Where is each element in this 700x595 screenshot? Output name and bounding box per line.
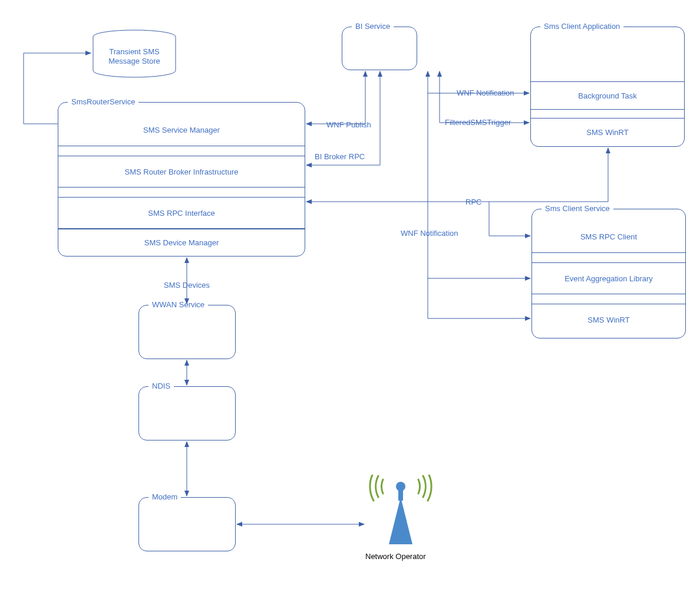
row-sms-winrt-2: SMS WinRT (532, 304, 685, 336)
label-bi-service: BI Service (352, 22, 394, 31)
node-sms-client-application: Sms Client Application Background Task S… (530, 27, 685, 147)
node-ndis: NDIS (138, 386, 236, 441)
label-wwan-service: WWAN Service (148, 300, 208, 309)
svg-point-3 (396, 482, 405, 491)
label-wnf-notification-2: WNF Notification (401, 229, 458, 238)
node-sms-client-service: Sms Client Service SMS RPC Client Event … (531, 209, 686, 338)
label-sms-devices: SMS Devices (164, 281, 210, 290)
row-sms-rpc-interface: SMS RPC Interface (58, 197, 305, 229)
label-rpc: RPC (465, 198, 481, 206)
network-operator-icon (365, 475, 436, 551)
label-wnf-publish: WNF Publish (326, 120, 371, 129)
label-network-operator: Network Operator (365, 552, 426, 561)
label-modem: Modem (148, 492, 181, 501)
row-sms-device-manager: SMS Device Manager (58, 229, 305, 256)
svg-marker-5 (389, 497, 412, 544)
svg-text:Message Store: Message Store (108, 57, 160, 65)
node-wwan-service: WWAN Service (138, 305, 236, 359)
row-event-aggregation: Event Aggregation Library (532, 262, 685, 294)
node-sms-router-service: SmsRouterService SMS Service Manager SMS… (58, 102, 305, 257)
label-wnf-notification-1: WNF Notification (457, 88, 514, 97)
label-sms-client-service: Sms Client Service (541, 204, 613, 213)
label-bi-broker-rpc: BI Broker RPC (315, 152, 365, 161)
row-sms-router-broker: SMS Router Broker Infrastructure (58, 156, 305, 188)
node-modem: Modem (138, 497, 236, 551)
node-transient-sms-store: Transient SMS Message Store (92, 29, 177, 78)
svg-text:Transient SMS: Transient SMS (109, 47, 160, 56)
label-sms-client-application: Sms Client Application (540, 22, 623, 31)
label-ndis: NDIS (148, 382, 174, 390)
node-bi-service: BI Service (342, 27, 417, 70)
row-sms-winrt-1: SMS WinRT (531, 118, 684, 146)
row-sms-rpc-client: SMS RPC Client (532, 221, 685, 253)
label-sms-router-service: SmsRouterService (68, 97, 138, 106)
row-sms-service-manager: SMS Service Manager (58, 114, 305, 146)
label-filtered-sms-trigger: FilteredSMSTrigger (445, 118, 511, 127)
row-background-task: Background Task (531, 81, 684, 110)
